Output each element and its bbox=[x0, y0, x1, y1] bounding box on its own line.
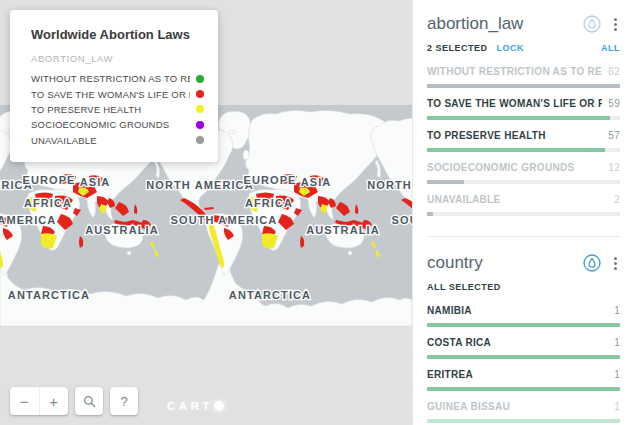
carto-logo-o bbox=[214, 401, 224, 411]
category-bar bbox=[427, 212, 620, 216]
widget-status-row: ALL SELECTED bbox=[427, 281, 620, 293]
carto-logo: CART bbox=[167, 400, 224, 412]
legend-item: WITHOUT RESTRICTION AS TO REA... bbox=[31, 71, 204, 86]
search-icon bbox=[83, 395, 96, 408]
legend-title: Worldwide Abortion Laws bbox=[31, 27, 204, 42]
category-row[interactable]: UNAVAILABLE 2 bbox=[427, 184, 620, 216]
category-row[interactable]: COSTA RICA 1 bbox=[427, 327, 620, 359]
filter-droplet-icon[interactable] bbox=[583, 254, 601, 272]
lock-button[interactable]: LOCK bbox=[497, 43, 525, 53]
category-count: 2 bbox=[614, 193, 620, 206]
legend-item-label: TO SAVE THE WOMAN'S LIFE OR PR... bbox=[31, 89, 190, 100]
category-list: NAMIBIA 1 COSTA RICA 1 ERITREA 1 bbox=[427, 295, 620, 423]
map-controls: − + ? bbox=[10, 387, 138, 415]
select-all-button[interactable]: ALL bbox=[601, 43, 620, 53]
map-legend: Worldwide Abortion Laws ABORTION_LAW WIT… bbox=[10, 10, 218, 162]
category-row[interactable]: ERITREA 1 bbox=[427, 359, 620, 391]
widget-abortion-law: abortion_law 2 SELECTED LOCK ALL WITHOUT… bbox=[413, 0, 640, 237]
widgets-panel: abortion_law 2 SELECTED LOCK ALL WITHOUT… bbox=[412, 0, 640, 425]
category-label: GUINEA BISSAU bbox=[427, 400, 608, 413]
widget-options-menu-icon[interactable] bbox=[610, 16, 620, 33]
category-row[interactable]: TO PRESERVE HEALTH 57 bbox=[427, 120, 620, 152]
search-button[interactable] bbox=[75, 387, 103, 415]
category-count: 1 bbox=[614, 368, 620, 381]
category-count: 1 bbox=[614, 400, 620, 413]
carto-builder-view: NORTH AMERICA EUROPE ASIA AFRICA SOUTH A… bbox=[0, 0, 640, 425]
category-label: NAMIBIA bbox=[427, 304, 608, 317]
category-label: TO PRESERVE HEALTH bbox=[427, 129, 602, 142]
widget-title: country bbox=[427, 253, 583, 273]
category-label: TO SAVE THE WOMAN'S LIFE OR P... bbox=[427, 97, 602, 110]
selected-count-label: 2 SELECTED bbox=[427, 43, 488, 53]
widget-country: country ALL SELECTED NAMIBIA 1 bbox=[413, 237, 640, 423]
zoom-out-button[interactable]: − bbox=[10, 387, 40, 415]
zoom-control: − + bbox=[10, 387, 68, 415]
legend-color-dot-purple bbox=[196, 121, 204, 129]
zoom-in-button[interactable]: + bbox=[40, 387, 69, 415]
legend-item-label: UNAVAILABLE bbox=[31, 135, 190, 146]
map-canvas[interactable]: NORTH AMERICA EUROPE ASIA AFRICA SOUTH A… bbox=[0, 0, 412, 425]
category-list: WITHOUT RESTRICTION AS TO REA... 62 TO S… bbox=[427, 56, 620, 216]
legend-item: SOCIOECONOMIC GROUNDS bbox=[31, 117, 204, 132]
legend-color-dot-yellow bbox=[196, 105, 204, 113]
legend-color-dot-green bbox=[196, 75, 204, 83]
category-bar bbox=[427, 419, 620, 423]
carto-logo-text: CART bbox=[167, 400, 213, 412]
category-row[interactable]: TO SAVE THE WOMAN'S LIFE OR P... 59 bbox=[427, 88, 620, 120]
legend-item: UNAVAILABLE bbox=[31, 133, 204, 148]
legend-item-label: WITHOUT RESTRICTION AS TO REA... bbox=[31, 73, 190, 84]
category-count: 62 bbox=[608, 65, 620, 78]
widget-status-row: 2 SELECTED LOCK ALL bbox=[427, 42, 620, 54]
widget-header: country bbox=[427, 251, 620, 275]
category-count: 57 bbox=[608, 129, 620, 142]
legend-item: TO PRESERVE HEALTH bbox=[31, 102, 204, 117]
legend-item: TO SAVE THE WOMAN'S LIFE OR PR... bbox=[31, 86, 204, 101]
legend-color-dot-gray bbox=[196, 136, 204, 144]
category-count: 1 bbox=[614, 336, 620, 349]
category-label: UNAVAILABLE bbox=[427, 193, 608, 206]
category-row[interactable]: SOCIOECONOMIC GROUNDS 12 bbox=[427, 152, 620, 184]
widget-header: abortion_law bbox=[427, 12, 620, 36]
category-row[interactable]: WITHOUT RESTRICTION AS TO REA... 62 bbox=[427, 56, 620, 88]
category-label: COSTA RICA bbox=[427, 336, 608, 349]
filter-droplet-icon[interactable] bbox=[583, 15, 601, 33]
legend-color-dot-red bbox=[196, 90, 204, 98]
selected-count-label: ALL SELECTED bbox=[427, 282, 501, 292]
category-label: SOCIOECONOMIC GROUNDS bbox=[427, 161, 602, 174]
category-label: WITHOUT RESTRICTION AS TO REA... bbox=[427, 65, 602, 78]
category-row[interactable]: NAMIBIA 1 bbox=[427, 295, 620, 327]
legend-item-label: SOCIOECONOMIC GROUNDS bbox=[31, 119, 190, 130]
widget-title: abortion_law bbox=[427, 14, 583, 34]
category-label: ERITREA bbox=[427, 368, 608, 381]
legend-item-label: TO PRESERVE HEALTH bbox=[31, 104, 190, 115]
category-row[interactable]: GUINEA BISSAU 1 bbox=[427, 391, 620, 423]
category-count: 59 bbox=[608, 97, 620, 110]
widget-options-menu-icon[interactable] bbox=[610, 255, 620, 272]
help-button[interactable]: ? bbox=[110, 387, 138, 415]
category-count: 1 bbox=[614, 304, 620, 317]
category-count: 12 bbox=[608, 161, 620, 174]
legend-field-name: ABORTION_LAW bbox=[31, 53, 204, 64]
